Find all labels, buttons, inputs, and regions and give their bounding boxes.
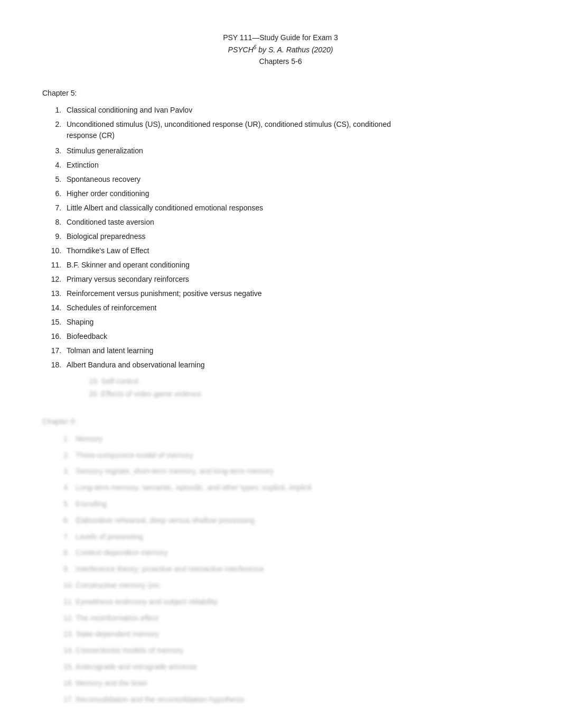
chapter6-section: Chapter 6: 1. Memory 2. Three-component … (42, 417, 519, 706)
chapter6-label: Chapter 6: (42, 417, 519, 426)
chapter5-label: Chapter 5: (42, 89, 519, 97)
list-item: Little Albert and classically conditione… (63, 202, 519, 214)
blurred-item: 13. State-dependent memory (63, 628, 519, 641)
list-item: Thorndike's Law of Effect (63, 245, 519, 256)
blurred-item: 17. Reconsolidation and the reconsolidat… (63, 694, 519, 706)
chapter6-list: 1. Memory 2. Three-component model of me… (63, 433, 519, 706)
list-item: Classical conditioning and Ivan Pavlov (63, 105, 519, 116)
chapter5-section: Chapter 5: Classical conditioning and Iv… (42, 89, 519, 398)
list-item: Stimulus generalization (63, 145, 519, 156)
blurred-item: 5. Encoding (63, 498, 519, 511)
list-item: Biofeedback (63, 331, 519, 342)
blurred-item: 6. Elaborative rehearsal, deep versus sh… (63, 514, 519, 527)
list-item: Tolman and latent learning (63, 345, 519, 356)
blurred-item: 15. Anterograde and retrograde amnesia (63, 661, 519, 674)
blurred-item: 10. Constructive memory (inc. (63, 579, 519, 592)
blurred-item: 7. Levels of processing (63, 531, 519, 543)
chapter5-list: Classical conditioning and Ivan Pavlov U… (63, 105, 519, 371)
list-item: Higher order conditioning (63, 188, 519, 199)
title-psych: PSYCH6 by S. A. Rathus (2020) (228, 45, 333, 54)
title-line2: PSYCH6 by S. A. Rathus (2020) (42, 43, 519, 56)
blurred-item: 8. Context-dependent memory (63, 547, 519, 559)
blurred-item: 9. Interference theory; proactive and re… (63, 563, 519, 576)
page-header: PSY 111—Study Guide for Exam 3 PSYCH6 by… (42, 32, 519, 68)
title-line1: PSY 111—Study Guide for Exam 3 (42, 32, 519, 43)
blurred-item: 14. Connectionist models of memory (63, 644, 519, 657)
blurred-item: 4. Long-term memory; semantic, episodic,… (63, 482, 519, 494)
list-item: Shaping (63, 317, 519, 328)
blurred-item: 12. The misinformation effect (63, 612, 519, 625)
list-item: Albert Bandura and observational learnin… (63, 360, 519, 371)
list-item: B.F. Skinner and operant conditioning (63, 260, 519, 271)
superscript: 6 (254, 44, 257, 50)
blurred-item: 2. Three-component model of memory (63, 449, 519, 462)
list-item: Schedules of reinforcement (63, 302, 519, 314)
title-line3: Chapters 5-6 (42, 56, 519, 67)
blurred-item: 20. Effects of video game violence (85, 390, 519, 398)
list-item: Unconditioned stimulus (US), uncondition… (63, 119, 519, 141)
blurred-item: 16. Memory and the brain (63, 677, 519, 690)
list-item: Biological preparedness (63, 231, 519, 242)
blurred-item: 1. Memory (63, 433, 519, 446)
list-item: Primary versus secondary reinforcers (63, 274, 519, 285)
list-item: Spontaneous recovery (63, 174, 519, 185)
blurred-item: 3. Sensory register, short-term memory, … (63, 465, 519, 478)
blurred-item: 19. Self-control (85, 377, 519, 385)
list-item: Reinforcement versus punishment; positiv… (63, 288, 519, 299)
blurred-item: 11. Eyewitness testimony and subject rel… (63, 596, 519, 609)
list-item: Extinction (63, 160, 519, 171)
list-item: Conditioned taste aversion (63, 217, 519, 228)
blurred-extra: 19. Self-control 20. Effects of video ga… (63, 377, 519, 398)
